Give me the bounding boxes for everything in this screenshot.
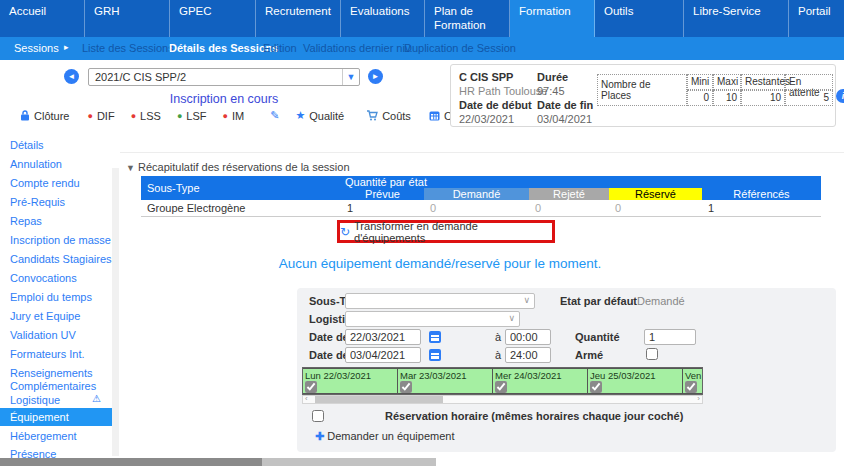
dif-button[interactable]: ● DIF: [87, 110, 114, 122]
table-row[interactable]: Groupe Electrogène 1 0 0 0 1: [141, 200, 821, 217]
lsf-button[interactable]: ● LSF: [177, 110, 207, 122]
places-label: Nombre de Places: [597, 74, 687, 106]
row-rejete: 0: [529, 200, 609, 217]
sidebar-item-pre-requis[interactable]: Pré-Requis: [10, 196, 65, 208]
transform-button[interactable]: Transformer en demande d'équipements: [354, 220, 552, 244]
sidebar-item-details[interactable]: Détails: [10, 139, 44, 151]
day-cell[interactable]: Jeu 25/03/2021: [588, 368, 683, 394]
reservation-horaire-checkbox[interactable]: [312, 410, 324, 422]
couts-button[interactable]: Coûts: [366, 110, 411, 122]
end-date-label: Date de fin: [537, 99, 593, 111]
tab-plan-de-formation[interactable]: Plan de Formation: [425, 0, 510, 37]
action-label: LSF: [186, 110, 206, 122]
sidebar-item-compte-rendu[interactable]: Compte rendu: [10, 177, 80, 189]
sidebar-item-annulation[interactable]: Annulation: [10, 158, 62, 170]
day-cell[interactable]: Ven 26/03/2021: [683, 368, 703, 394]
sidebar-item-equipement[interactable]: Équipement: [0, 408, 113, 426]
day-cell[interactable]: Lun 22/03/2021: [303, 368, 398, 394]
calendar-icon[interactable]: [429, 349, 441, 361]
tab-libre-service[interactable]: Libre-Service: [684, 0, 789, 37]
sidebar-item-renseignements-complementaires[interactable]: Renseignements Complémentaires: [10, 367, 110, 392]
calendar-icon: [429, 110, 440, 121]
duration-value: 97:45: [537, 85, 565, 97]
etat-par-defaut-value: Demandé: [637, 295, 685, 307]
im-button[interactable]: ● IM: [223, 110, 245, 122]
sidebar-item-inscription-de-masse[interactable]: Inscription de masse: [10, 234, 111, 246]
day-cell[interactable]: Mer 24/03/2021: [493, 368, 588, 394]
col-reserve: Réservé: [609, 188, 702, 200]
horizontal-scrollbar[interactable]: [0, 458, 436, 466]
day-checkbox[interactable]: [400, 381, 412, 393]
sidebar-item-convocations[interactable]: Convocations: [10, 272, 77, 284]
subnav-duplication-de-session[interactable]: Duplication de Session: [404, 42, 516, 54]
cloture-button[interactable]: Clôture: [20, 110, 69, 122]
day-checkbox[interactable]: [685, 381, 697, 393]
equipment-form: Sous-Type ∨ Etat par défaut Demandé Logi…: [297, 288, 836, 452]
logisticien-select[interactable]: ∨: [345, 311, 520, 327]
date-fin-input[interactable]: [345, 347, 421, 363]
lss-button[interactable]: ● LSS: [131, 110, 161, 122]
scrollbar-thumb[interactable]: [315, 396, 443, 403]
tab-accueil[interactable]: Accueil: [0, 0, 85, 37]
row-demande: 0: [424, 200, 529, 217]
places-col-maxi: Maxi: [713, 74, 741, 90]
session-select[interactable]: 2021/C CIS SPP/2 ▼: [88, 68, 360, 86]
sidebar-item-hebergement[interactable]: Hébergement: [10, 430, 77, 442]
end-time-input[interactable]: [505, 347, 551, 363]
quantite-input[interactable]: [644, 329, 696, 345]
arme-checkbox[interactable]: [646, 348, 658, 360]
tab-recrutement[interactable]: Recrutement: [256, 0, 341, 37]
session-name: C CIS SPP: [459, 71, 513, 83]
sub-navigation: Sessions ▸ Liste des Sessions Détails de…: [0, 37, 844, 60]
sidebar-scrollbar[interactable]: [112, 168, 119, 456]
day-label: Ven 26/03/2021: [685, 370, 703, 381]
recap-section-header[interactable]: ▼ Récapitulatif des réservations de la s…: [126, 161, 350, 173]
duration-label: Durée: [537, 71, 568, 83]
chevron-down-icon[interactable]: ▼: [342, 69, 359, 85]
sidebar-item-candidats-stagiaires[interactable]: Candidats Stagiaires: [10, 253, 112, 265]
tab-gpec[interactable]: GPEC: [170, 0, 256, 37]
sidebar-item-repas[interactable]: Repas: [10, 215, 42, 227]
demander-equipement-link[interactable]: ✚ Demander un équipement: [315, 430, 454, 443]
scroll-left-icon[interactable]: ‹: [305, 394, 308, 403]
day-cell[interactable]: Mar 23/03/2021: [398, 368, 493, 394]
warning-icon: ⚠: [92, 393, 101, 404]
sidebar-item-validation-uv[interactable]: Validation UV: [10, 329, 76, 341]
session-location: HR Path Toulouse: [459, 85, 547, 97]
red-dot-icon: ●: [223, 111, 228, 121]
row-prevue: 1: [341, 200, 424, 217]
reservation-horaire-label: Réservation horaire (mêmes horaires chaq…: [385, 410, 683, 422]
tab-outils[interactable]: Outils: [595, 0, 684, 37]
date-debut-input[interactable]: [345, 329, 421, 345]
sidebar-item-logistique[interactable]: Logistique: [10, 394, 60, 406]
scrollbar-thumb[interactable]: [0, 458, 262, 466]
day-checkbox[interactable]: [305, 381, 317, 393]
day-checkbox[interactable]: [495, 381, 507, 393]
tab-portail[interactable]: Portail: [789, 0, 844, 37]
tab-evaluations[interactable]: Evaluations: [341, 0, 425, 37]
subnav-edition[interactable]: Edition: [263, 42, 297, 54]
scroll-right-icon[interactable]: ›: [697, 394, 700, 403]
chevron-down-icon: ∨: [523, 295, 530, 305]
start-time-input[interactable]: [505, 329, 551, 345]
session-status-text: Inscription en cours: [88, 92, 360, 106]
subnav-validations-dernier-niv[interactable]: Validations dernier niv.: [303, 42, 413, 54]
tab-grh[interactable]: GRH: [85, 0, 170, 37]
sidebar-item-emploi-du-temps[interactable]: Emploi du temps: [10, 291, 92, 303]
next-session-button[interactable]: ►: [368, 69, 383, 84]
sidebar-item-jury-et-equipe[interactable]: Jury et Equipe: [10, 310, 80, 322]
day-checkbox[interactable]: [590, 381, 602, 393]
qualite-button[interactable]: ★ Qualité: [295, 109, 344, 122]
subnav-sessions[interactable]: Sessions: [14, 42, 59, 54]
previous-session-button[interactable]: ◄: [64, 69, 79, 84]
subnav-liste-des-sessions[interactable]: Liste des Sessions: [82, 42, 174, 54]
day-strip-scrollbar[interactable]: ‹ ›: [302, 395, 703, 404]
places-col-restantes: Restantes: [741, 74, 785, 90]
sidebar-item-formateurs-int[interactable]: Formateurs Int.: [10, 348, 85, 360]
places-col-en-attente: En attente: [785, 74, 833, 90]
calendar-icon[interactable]: [429, 331, 441, 343]
edit-button[interactable]: ✎: [270, 109, 279, 122]
info-icon[interactable]: i: [836, 89, 844, 103]
sous-type-select[interactable]: ∨: [345, 293, 535, 309]
day-label: Lun 22/03/2021: [305, 370, 395, 381]
